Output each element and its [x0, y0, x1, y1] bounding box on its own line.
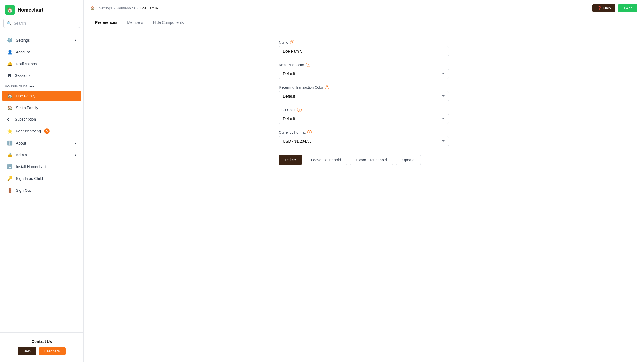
currency-format-select[interactable]: USD - $1,234.56 EUR - €1.234,56 GBP - £1… — [279, 136, 449, 146]
sidebar-item-smith-family[interactable]: 🏠 Smith Family — [2, 102, 81, 113]
sign-out-icon: 🚪 — [7, 188, 13, 193]
chevron-down-icon: ▾ — [75, 38, 76, 42]
sidebar-item-install[interactable]: ⬇️ Install Homechart — [2, 161, 81, 172]
breadcrumb-settings[interactable]: Settings — [99, 6, 112, 10]
topbar-help-button[interactable]: ❓ Help — [592, 4, 616, 12]
settings-icon: ⚙️ — [7, 38, 13, 43]
search-bar[interactable]: 🔍 Search — [3, 19, 80, 28]
help-circle-icon: ❓ — [597, 6, 602, 10]
sidebar-item-about[interactable]: ℹ️ About ▴ — [2, 138, 81, 148]
households-more-icon[interactable]: ••• — [29, 84, 34, 89]
topbar-add-button[interactable]: + Add — [618, 4, 637, 12]
task-color-label: Task Color ? — [279, 108, 449, 112]
currency-format-label: Currency Format ? — [279, 130, 449, 134]
admin-label: Admin — [16, 153, 27, 157]
subscription-icon: 🏷 — [7, 117, 12, 122]
app-name: Homechart — [18, 7, 43, 13]
about-label: About — [16, 141, 26, 145]
meal-plan-color-group: Meal Plan Color ? Default Red Blue Green — [279, 63, 449, 79]
main-content: 🏠 › Settings › Households › Doe Family ❓… — [84, 0, 644, 362]
sidebar-item-account[interactable]: 👤 Account — [2, 47, 81, 57]
sidebar-item-doe-family[interactable]: 🏠 Doe Family — [2, 90, 81, 101]
sidebar-item-subscription[interactable]: 🏷 Subscription — [2, 114, 81, 125]
account-label: Account — [16, 50, 30, 54]
export-household-button[interactable]: Export Household — [350, 155, 393, 165]
contact-us-title: Contact Us — [5, 339, 78, 344]
feature-voting-badge: 5 — [44, 128, 50, 134]
task-color-help-icon[interactable]: ? — [297, 108, 302, 112]
update-button[interactable]: Update — [396, 155, 421, 165]
sign-in-child-icon: 🔑 — [7, 176, 13, 181]
install-icon: ⬇️ — [7, 164, 13, 169]
sign-out-label: Sign Out — [16, 188, 31, 193]
settings-label: Settings — [16, 38, 30, 43]
logo-icon: 🏠 — [5, 5, 15, 15]
home-icon[interactable]: 🏠 — [90, 6, 95, 10]
search-placeholder: Search — [14, 21, 26, 26]
subscription-label: Subscription — [15, 117, 36, 121]
recurring-transaction-color-select[interactable]: Default Red Blue — [279, 91, 449, 101]
tabs-bar: Preferences Members Hide Components — [84, 16, 644, 29]
search-icon: 🔍 — [7, 21, 12, 26]
help-button-bottom[interactable]: Help — [18, 347, 36, 355]
sessions-icon: 🖥 — [7, 73, 12, 78]
sidebar-divider — [0, 33, 83, 33]
smith-family-label: Smith Family — [16, 106, 38, 110]
recurring-transaction-color-help-icon[interactable]: ? — [325, 85, 329, 89]
install-label: Install Homechart — [16, 165, 46, 169]
task-color-select[interactable]: Default Red Blue — [279, 114, 449, 124]
sidebar-item-sign-out[interactable]: 🚪 Sign Out — [2, 185, 81, 196]
content-area: Name ? Meal Plan Color ? Default Red Blu… — [84, 29, 644, 362]
households-section-label: HOUSEHOLDS ••• — [0, 81, 83, 90]
breadcrumb: 🏠 › Settings › Households › Doe Family — [90, 6, 158, 10]
feedback-button[interactable]: Feedback — [39, 347, 66, 355]
name-input[interactable] — [279, 46, 449, 56]
recurring-transaction-color-group: Recurring Transaction Color ? Default Re… — [279, 85, 449, 101]
sidebar-item-feature-voting[interactable]: ⭐ Feature Voting 5 — [2, 126, 81, 137]
breadcrumb-households[interactable]: Households — [117, 6, 136, 10]
task-color-group: Task Color ? Default Red Blue — [279, 108, 449, 124]
sidebar-item-notifications[interactable]: 🔔 Notifications — [2, 58, 81, 69]
leave-household-button[interactable]: Leave Household — [305, 155, 347, 165]
tab-preferences[interactable]: Preferences — [90, 16, 122, 29]
preferences-form: Name ? Meal Plan Color ? Default Red Blu… — [279, 40, 449, 351]
household-icon-2: 🏠 — [7, 105, 13, 110]
chevron-up-icon-2: ▴ — [75, 153, 76, 157]
doe-family-label: Doe Family — [16, 94, 35, 98]
chevron-up-icon: ▴ — [75, 141, 76, 145]
currency-format-help-icon[interactable]: ? — [307, 130, 312, 134]
sidebar-item-settings[interactable]: ⚙️ Settings ▾ — [2, 35, 81, 46]
currency-format-group: Currency Format ? USD - $1,234.56 EUR - … — [279, 130, 449, 146]
feature-voting-icon: ⭐ — [7, 129, 13, 134]
top-actions: ❓ Help + Add — [592, 4, 637, 12]
name-field-group: Name ? — [279, 40, 449, 56]
sidebar-item-admin[interactable]: 🔒 Admin ▴ — [2, 149, 81, 160]
tab-hide-components[interactable]: Hide Components — [148, 16, 189, 29]
feature-voting-label: Feature Voting — [16, 129, 41, 133]
meal-plan-color-help-icon[interactable]: ? — [306, 63, 310, 67]
app-logo[interactable]: 🏠 Homechart — [0, 0, 83, 19]
notifications-label: Notifications — [16, 62, 37, 66]
name-help-icon[interactable]: ? — [290, 40, 294, 44]
contact-us-section: Contact Us Help Feedback — [0, 332, 83, 362]
sidebar: 🏠 Homechart 🔍 Search ⚙️ Settings ▾ 👤 Acc… — [0, 0, 84, 362]
sidebar-item-sessions[interactable]: 🖥 Sessions — [2, 70, 81, 81]
top-bar: 🏠 › Settings › Households › Doe Family ❓… — [84, 0, 644, 16]
recurring-transaction-color-label: Recurring Transaction Color ? — [279, 85, 449, 89]
meal-plan-color-label: Meal Plan Color ? — [279, 63, 449, 67]
breadcrumb-current: Doe Family — [140, 6, 158, 10]
meal-plan-color-select[interactable]: Default Red Blue Green — [279, 69, 449, 79]
sign-in-child-label: Sign In as Child — [16, 176, 43, 181]
sidebar-item-sign-in-child[interactable]: 🔑 Sign In as Child — [2, 173, 81, 184]
form-actions: Delete Leave Household Export Household … — [279, 155, 449, 165]
delete-button[interactable]: Delete — [279, 155, 302, 165]
sessions-label: Sessions — [15, 73, 30, 78]
about-icon: ℹ️ — [7, 140, 13, 146]
admin-icon: 🔒 — [7, 152, 13, 157]
notifications-icon: 🔔 — [7, 61, 13, 66]
account-icon: 👤 — [7, 49, 13, 55]
household-icon: 🏠 — [7, 93, 13, 98]
contact-buttons: Help Feedback — [5, 347, 78, 355]
tab-members[interactable]: Members — [122, 16, 148, 29]
name-label: Name ? — [279, 40, 449, 44]
